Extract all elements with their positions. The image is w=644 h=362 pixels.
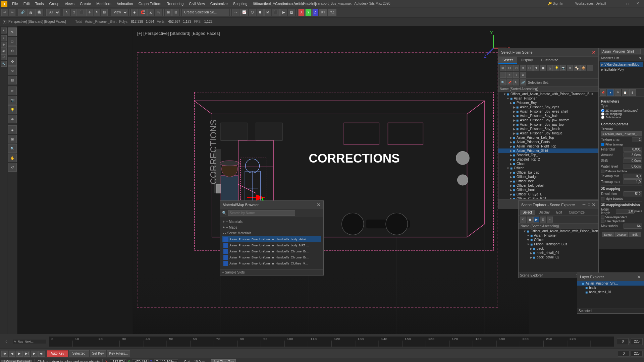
y-axis-btn[interactable]: Y	[305, 9, 312, 16]
texmap-min-input[interactable]	[624, 174, 642, 179]
sfs-tab-customize[interactable]: Customize	[537, 57, 562, 64]
tight-bounds-checkbox[interactable]	[601, 197, 604, 200]
mb-material-item[interactable]: Asian_Prisoner_Blue_Uniform_in_Handcuffs…	[222, 260, 321, 266]
camera-tool[interactable]: 📷	[8, 96, 17, 105]
sfs-tree-item[interactable]: ▶ ◼ Officer_C_Eye_R01	[498, 196, 598, 199]
sfs-tree[interactable]: ▼ ◼ Officer_and_Asian_Inmate_with_Prison…	[498, 92, 598, 199]
se-tree-item[interactable]: ▶ ◼ back_detail_01	[519, 251, 598, 255]
sfs-tree-item[interactable]: ▼ ◼ Asian_Prisoner	[498, 96, 598, 101]
select-all-btn[interactable]: ⬛	[77, 9, 86, 16]
sfs-tree-item[interactable]: ▶ ◼ Asian_Prisoner_Right_Top	[498, 144, 598, 148]
rp-copy-btn[interactable]: ⧉	[614, 89, 621, 96]
shift-input[interactable]	[624, 158, 642, 163]
sfs-tree-item[interactable]: ▶ ◼ Asian_Prisoner_Pants	[498, 140, 598, 144]
se-tree-item[interactable]: ▶ ◼ back	[519, 246, 598, 251]
use-object-mtl-check[interactable]: Use object mtl	[601, 220, 642, 223]
render2-btn[interactable]: ▶	[280, 9, 287, 16]
sfs-tree-item[interactable]: ▶ ◼ Prisoner_Boy	[498, 101, 598, 105]
le-tree-item[interactable]: ◼ back_detail_01	[577, 290, 644, 294]
next-frame-btn[interactable]: ▶	[31, 351, 38, 357]
mb-scene-header[interactable]: - - Scene Materials	[221, 231, 322, 236]
rp-pin-btn[interactable]: 📌	[600, 89, 606, 96]
sfs-particles[interactable]: •	[587, 65, 593, 71]
relative-to-bbox-checkbox[interactable]	[601, 170, 604, 173]
sfs-helpers[interactable]: ⊕	[567, 65, 573, 71]
yz-plane-btn[interactable]: YZ	[328, 9, 336, 16]
set-key-btn[interactable]: Set Key	[90, 350, 106, 357]
sfs-tree-item[interactable]: ▶ ◼ Chain	[498, 162, 598, 166]
use-object-mtl-checkbox[interactable]	[601, 220, 604, 223]
sfs-tab-display[interactable]: Display	[517, 57, 537, 64]
utility-tab[interactable]: 🔧	[1, 61, 7, 67]
le-tree-item[interactable]: ◼ Asian_Prisoner_Shi...	[577, 281, 644, 286]
select-btn-bottom[interactable]: Select	[602, 232, 614, 237]
se-tab-customize[interactable]: Customize	[566, 210, 587, 215]
sfs-refresh[interactable]: ↻	[513, 79, 519, 85]
sfs-tree-item[interactable]: ▼ ◼ Officer	[498, 166, 598, 170]
select-region-tool[interactable]: □	[8, 37, 17, 46]
menu-tools[interactable]: Tools	[33, 1, 47, 6]
object-name-input[interactable]	[601, 49, 641, 54]
menu-edit[interactable]: Edit	[21, 1, 33, 6]
pivot-btn[interactable]: ◈	[131, 9, 138, 16]
sfs-filter[interactable]: ▼	[533, 65, 539, 71]
se-tree[interactable]: ▼ ◼ Officer_and_Asian_Inmate_with_Prison…	[519, 229, 598, 273]
sfs-geometry[interactable]: ◼	[540, 65, 546, 71]
timeline-track[interactable]: 0 10 20 30 40 50 60 70 80 90 100 110 120…	[49, 337, 614, 347]
subdivision-radio[interactable]	[601, 116, 604, 119]
texture-chan-input[interactable]	[632, 137, 642, 142]
key-filters-btn[interactable]: Key Filters...	[107, 350, 130, 357]
modifier-vray[interactable]: ▶ VRayDisplacementMod	[600, 62, 643, 67]
tight-bounds-check[interactable]: Tight bounds	[601, 197, 642, 200]
menu-views[interactable]: Views	[62, 1, 77, 6]
sfs-link[interactable]: 🔗	[520, 79, 526, 85]
paint-tool[interactable]: ✏	[8, 86, 17, 95]
texmap-value-btn[interactable]: S (Asian_Male_Prisoner_Cloth...	[601, 131, 642, 136]
se-selected-btn[interactable]: ▶	[533, 217, 539, 223]
current-frame-input[interactable]	[617, 338, 629, 345]
2d-mapping-option[interactable]: 2D mapping (landscape)	[601, 109, 642, 112]
align-btn[interactable]: ⊟	[172, 9, 179, 16]
sfs-tree-item[interactable]: ▶ ◼ Asian_Prisoner_Boy_jaw_bottom	[498, 118, 598, 122]
play-btn[interactable]: ▶	[16, 351, 23, 357]
menu-scripting[interactable]: Scripting	[230, 1, 250, 6]
sfs-tree-item[interactable]: ▶ ◼ Asian_Prisoner_Boy_jaw_top	[498, 122, 598, 127]
amount-input[interactable]	[624, 153, 642, 158]
auto-key-btn[interactable]: Auto Key	[47, 350, 68, 357]
rp-name-field[interactable]	[599, 48, 644, 55]
bind-btn[interactable]: 🔘	[35, 9, 43, 16]
rotate-tool[interactable]: ↻	[8, 66, 17, 75]
mirror-btn[interactable]: ⊞	[165, 9, 172, 16]
se-tree-item[interactable]: ▼ ◼ Asian_Prisoner	[519, 233, 598, 238]
le-close-btn[interactable]: ✕	[637, 274, 641, 280]
unlink-btn[interactable]: ⛓	[27, 9, 35, 16]
lasso-tool[interactable]: ⊙	[8, 46, 17, 55]
se-clear-filter[interactable]: ✕	[520, 217, 526, 223]
total-frames-input[interactable]	[631, 338, 643, 345]
light-tool[interactable]: 💡	[8, 105, 17, 114]
water-level-input[interactable]	[624, 164, 642, 169]
se-close-btn[interactable]: ✕	[592, 202, 596, 207]
goto-end-btn[interactable]: ⏭	[38, 351, 45, 357]
se-tab-display[interactable]: Display	[536, 210, 552, 215]
max-subdiv-input[interactable]	[624, 224, 642, 229]
particle-btn[interactable]: ⬡	[249, 9, 256, 16]
texmap-max-input[interactable]	[624, 179, 642, 184]
menu-customize[interactable]: Customize	[208, 1, 230, 6]
schematic-btn[interactable]: ⬢	[257, 9, 264, 16]
3d-mapping-option[interactable]: 3D mapping	[601, 112, 642, 116]
graph-btn[interactable]: 📈	[240, 9, 248, 16]
mb-material-item[interactable]: Asian_Prisoner_Blue_Uniform_in_Handcuffs…	[222, 236, 321, 242]
edge-length-input[interactable]	[616, 209, 634, 214]
end-frame-input[interactable]	[631, 351, 643, 357]
sfs-tree-item[interactable]: ▶ ◼ Asian_Prisoner_Boy_eyes_shell	[498, 109, 598, 114]
se-restore-btn[interactable]: □	[588, 202, 590, 207]
sfs-tree-item[interactable]: ▶ ◼ Asian_Prisoner_Shirt	[498, 148, 598, 153]
subdivision-option[interactable]: Subdivision	[601, 116, 642, 119]
sfs-none[interactable]: ☐	[527, 65, 533, 71]
view-select[interactable]: View	[111, 9, 128, 16]
prev-frame-btn[interactable]: ◀	[9, 351, 15, 357]
pan-tool[interactable]: ✋	[8, 154, 17, 162]
select-object-btn[interactable]: ↖	[63, 9, 70, 16]
helper-tool[interactable]: ⊕	[8, 115, 17, 123]
